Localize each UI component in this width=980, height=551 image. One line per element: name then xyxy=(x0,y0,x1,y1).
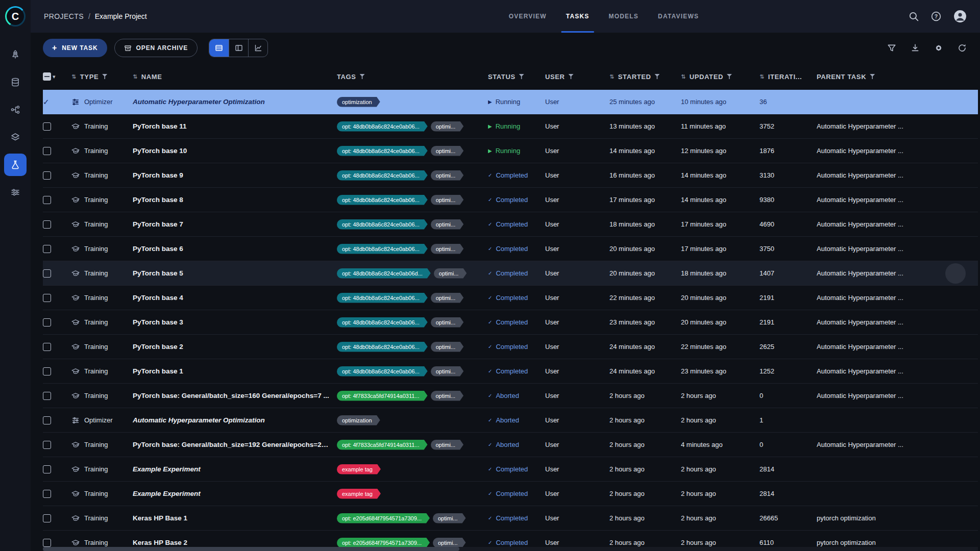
task-name[interactable]: PyTorch base: General/batch_size=160 Gen… xyxy=(133,392,337,399)
settings-icon[interactable] xyxy=(934,43,943,53)
tab-tasks[interactable]: TASKS xyxy=(556,0,599,33)
task-name[interactable]: PyTorch base 7 xyxy=(133,220,337,228)
row-checkbox[interactable] xyxy=(43,318,51,327)
compare-plots-button[interactable] xyxy=(248,39,267,57)
row-checkbox[interactable] xyxy=(43,171,51,180)
task-parent-task[interactable]: Automatic Hyperparameter ... xyxy=(817,367,978,375)
column-header-updated[interactable]: ⇅UPDATED xyxy=(681,73,760,81)
sidebar-item-pipelines[interactable] xyxy=(4,98,27,121)
column-header-type[interactable]: ⇅TYPE xyxy=(71,73,133,81)
sidebar-item-projects[interactable] xyxy=(4,43,27,66)
task-parent-task[interactable]: Automatic Hyperparameter ... xyxy=(817,343,978,350)
filter-icon[interactable] xyxy=(569,74,574,79)
table-row[interactable]: Training PyTorch base 8 opt: 48db0b8a6c8… xyxy=(43,188,978,212)
column-header-tags[interactable]: TAGS xyxy=(337,73,488,81)
table-row[interactable]: Training PyTorch base: General/batch_siz… xyxy=(43,433,978,457)
table-row[interactable]: Training PyTorch base 6 opt: 48db0b8a6c8… xyxy=(43,237,978,261)
column-header-user[interactable]: USER xyxy=(545,73,609,81)
help-icon[interactable]: ? xyxy=(931,11,941,21)
task-name[interactable]: Example Experiment xyxy=(133,465,337,473)
row-checkbox[interactable] xyxy=(43,245,51,253)
table-row[interactable]: Training PyTorch base 11 opt: 48db0b8a6c… xyxy=(43,114,978,139)
tab-overview[interactable]: OVERVIEW xyxy=(499,0,556,33)
user-avatar[interactable] xyxy=(953,10,967,23)
table-row[interactable]: Training PyTorch base 3 opt: 48db0b8a6c8… xyxy=(43,310,978,335)
sort-icon[interactable]: ⇅ xyxy=(760,73,765,80)
task-name[interactable]: PyTorch base 6 xyxy=(133,245,337,253)
task-parent-task[interactable]: Automatic Hyperparameter ... xyxy=(817,147,978,155)
table-row[interactable]: Training Example Experiment example tag … xyxy=(43,482,978,506)
row-checkbox[interactable] xyxy=(43,220,51,229)
row-checkbox[interactable] xyxy=(43,539,51,547)
row-checkbox[interactable] xyxy=(43,392,51,400)
row-checkbox[interactable] xyxy=(43,196,51,204)
sort-icon[interactable]: ⇅ xyxy=(133,73,138,80)
column-header-name[interactable]: ⇅NAME xyxy=(133,73,337,81)
table-row[interactable]: Training PyTorch base 4 opt: 48db0b8a6c8… xyxy=(43,286,978,310)
filter-icon[interactable] xyxy=(654,74,659,79)
task-name[interactable]: PyTorch base 2 xyxy=(133,343,337,350)
task-name[interactable]: PyTorch base 4 xyxy=(133,294,337,302)
task-parent-task[interactable]: Automatic Hyperparameter ... xyxy=(817,171,978,179)
task-name[interactable]: PyTorch base 9 xyxy=(133,171,337,179)
task-parent-task[interactable]: Automatic Hyperparameter ... xyxy=(817,196,978,204)
horizontal-scrollbar-thumb[interactable] xyxy=(43,547,459,551)
floating-scroll-button[interactable] xyxy=(945,263,966,284)
table-row[interactable]: Training PyTorch base 9 opt: 48db0b8a6c8… xyxy=(43,163,978,188)
task-name[interactable]: Automatic Hyperparameter Optimization xyxy=(133,416,337,424)
filter-icon[interactable] xyxy=(360,74,365,79)
task-name[interactable]: Keras HP Base 1 xyxy=(133,514,337,522)
select-all-checkbox[interactable] xyxy=(43,72,51,81)
row-checkbox[interactable] xyxy=(43,441,51,449)
task-parent-task[interactable]: pytorch optimization xyxy=(817,514,978,522)
column-header-started[interactable]: ⇅STARTED xyxy=(609,73,681,81)
row-checkbox[interactable] xyxy=(43,490,51,498)
task-name[interactable]: PyTorch base: General/batch_size=192 Gen… xyxy=(133,441,337,448)
task-name[interactable]: PyTorch base 10 xyxy=(133,147,337,155)
tab-models[interactable]: MODELS xyxy=(599,0,649,33)
table-row[interactable]: ✓ Optimizer Automatic Hyperparameter Opt… xyxy=(43,90,978,114)
auto-refresh-icon[interactable] xyxy=(958,43,967,53)
task-name[interactable]: Example Experiment xyxy=(133,490,337,497)
row-checkbox[interactable] xyxy=(43,465,51,473)
split-view-button[interactable] xyxy=(229,39,248,57)
table-row[interactable]: Training PyTorch base 2 opt: 48db0b8a6c8… xyxy=(43,335,978,359)
clearml-logo[interactable]: C xyxy=(5,6,26,27)
task-parent-task[interactable]: Automatic Hyperparameter ... xyxy=(817,245,978,253)
column-header-status[interactable]: STATUS xyxy=(488,73,545,81)
sort-icon[interactable]: ⇅ xyxy=(609,73,615,80)
row-checkbox[interactable]: ✓ xyxy=(43,97,50,107)
sort-icon[interactable]: ⇅ xyxy=(71,73,77,80)
sidebar-item-experiments[interactable] xyxy=(4,154,27,176)
task-name[interactable]: PyTorch base 5 xyxy=(133,269,337,277)
filter-icon[interactable] xyxy=(870,74,875,79)
task-name[interactable]: PyTorch base 11 xyxy=(133,122,337,130)
table-row[interactable]: Optimizer Automatic Hyperparameter Optim… xyxy=(43,408,978,433)
task-parent-task[interactable]: Automatic Hyperparameter ... xyxy=(817,220,978,228)
sidebar-item-datasets[interactable] xyxy=(4,71,27,93)
sort-icon[interactable]: ⇅ xyxy=(681,73,686,80)
row-checkbox[interactable] xyxy=(43,416,51,424)
table-row[interactable]: Training Example Experiment example tag … xyxy=(43,457,978,482)
column-header-iterati[interactable]: ⇅ITERATI... xyxy=(760,73,817,81)
table-row[interactable]: Training PyTorch base: General/batch_siz… xyxy=(43,384,978,408)
row-checkbox[interactable] xyxy=(43,122,51,131)
breadcrumb-projects[interactable]: PROJECTS xyxy=(44,12,84,20)
open-archive-button[interactable]: OPEN ARCHIVE xyxy=(114,39,198,57)
filter-icon[interactable] xyxy=(727,74,732,79)
task-parent-task[interactable]: Automatic Hyperparameter ... xyxy=(817,318,978,326)
new-task-button[interactable]: + NEW TASK xyxy=(43,39,107,57)
row-checkbox[interactable] xyxy=(43,269,51,278)
row-checkbox[interactable] xyxy=(43,514,51,522)
table-view-button[interactable] xyxy=(209,39,229,57)
row-checkbox[interactable] xyxy=(43,367,51,375)
task-name[interactable]: PyTorch base 1 xyxy=(133,367,337,375)
selection-dropdown-caret[interactable]: ▾ xyxy=(53,73,56,80)
task-parent-task[interactable]: Automatic Hyperparameter ... xyxy=(817,294,978,302)
sidebar-item-workers[interactable] xyxy=(4,181,27,204)
task-name[interactable]: PyTorch base 3 xyxy=(133,318,337,326)
table-row[interactable]: Training PyTorch base 7 opt: 48db0b8a6c8… xyxy=(43,212,978,237)
table-row[interactable]: Training PyTorch base 5 opt: 48db0b8a6c8… xyxy=(43,261,978,286)
table-row[interactable]: Training PyTorch base 1 opt: 48db0b8a6c8… xyxy=(43,359,978,384)
row-checkbox[interactable] xyxy=(43,294,51,302)
